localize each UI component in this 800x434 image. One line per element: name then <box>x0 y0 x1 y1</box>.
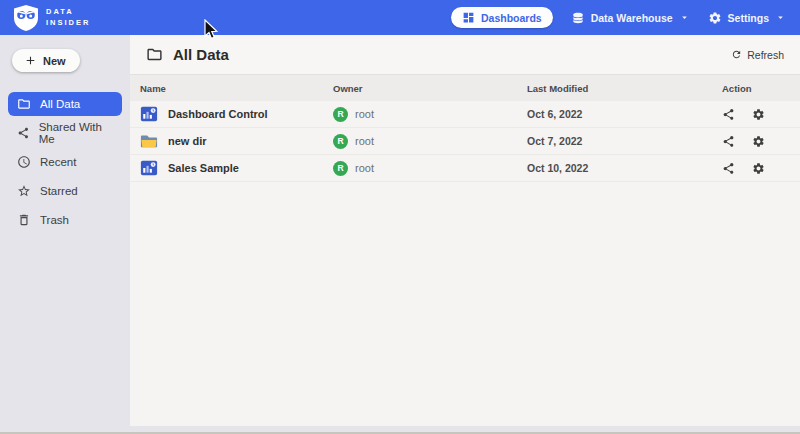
brand-logo[interactable]: DATA INSIDER <box>14 5 90 31</box>
sidebar-item-starred[interactable]: Starred <box>8 179 122 203</box>
brand-name: DATA INSIDER <box>46 7 90 29</box>
main-content: All Data Refresh Name Owner Last Modifie… <box>130 35 800 426</box>
brand-line2: INSIDER <box>46 18 90 29</box>
sidebar-menu: All Data Shared With Me Recent Starred T… <box>0 92 130 232</box>
nav-settings[interactable]: Settings <box>708 11 786 25</box>
table-row[interactable]: Dashboard Control R root Oct 6, 2022 <box>130 101 800 128</box>
owner-cell: R root <box>333 161 527 176</box>
sidebar-item-shared-with-me[interactable]: Shared With Me <box>8 121 122 145</box>
nav-data-warehouse-label: Data Warehouse <box>591 12 673 24</box>
file-name-cell: new dir <box>130 132 333 150</box>
gear-icon[interactable] <box>752 135 765 148</box>
refresh-label: Refresh <box>747 49 784 61</box>
last-modified: Oct 10, 2022 <box>527 162 722 174</box>
nav-dashboards-label: Dashboards <box>481 12 542 24</box>
sidebar-item-trash[interactable]: Trash <box>8 208 122 232</box>
brand-line1: DATA <box>46 7 90 18</box>
column-header-owner[interactable]: Owner <box>333 83 527 94</box>
share-icon[interactable] <box>722 135 735 148</box>
star-icon <box>17 184 31 198</box>
share-icon <box>17 126 30 140</box>
dashboard-file-icon <box>140 159 158 177</box>
folder-file-icon <box>140 132 158 150</box>
folder-icon <box>17 97 31 111</box>
nav-data-warehouse[interactable]: Data Warehouse <box>571 11 690 25</box>
trash-icon <box>17 213 31 227</box>
action-cell <box>722 108 800 121</box>
file-name-cell: Sales Sample <box>130 159 333 177</box>
file-name[interactable]: Sales Sample <box>168 162 239 174</box>
action-cell <box>722 135 800 148</box>
table-row[interactable]: Sales Sample R root Oct 10, 2022 <box>130 155 800 182</box>
avatar: R <box>333 161 348 176</box>
last-modified: Oct 6, 2022 <box>527 108 722 120</box>
top-navigation-bar: DATA INSIDER Dashboards Data Warehouse S… <box>0 0 800 35</box>
gear-icon <box>708 11 722 25</box>
database-icon <box>571 11 585 25</box>
folder-icon <box>146 46 163 63</box>
avatar: R <box>333 107 348 122</box>
main-header: All Data Refresh <box>130 35 800 75</box>
nav-settings-label: Settings <box>728 12 769 24</box>
sidebar-item-label: Shared With Me <box>39 121 113 145</box>
column-header-last-modified[interactable]: Last Modified <box>527 83 722 94</box>
action-cell <box>722 162 800 175</box>
column-header-name[interactable]: Name <box>130 83 333 94</box>
owner-cell: R root <box>333 134 527 149</box>
chevron-down-icon <box>679 12 690 23</box>
dashboard-file-icon <box>140 105 158 123</box>
sidebar-item-all-data[interactable]: All Data <box>8 92 122 116</box>
bottom-strip <box>0 426 800 434</box>
gear-icon[interactable] <box>752 108 765 121</box>
refresh-icon <box>731 49 742 60</box>
file-name-cell: Dashboard Control <box>130 105 333 123</box>
table-empty-area <box>130 182 800 426</box>
gear-icon[interactable] <box>752 162 765 175</box>
owner-name: root <box>355 162 374 174</box>
share-icon[interactable] <box>722 162 735 175</box>
new-button[interactable]: New <box>12 49 80 72</box>
owner-name: root <box>355 135 374 147</box>
share-icon[interactable] <box>722 108 735 121</box>
table-header-row: Name Owner Last Modified Action <box>130 75 800 101</box>
new-button-label: New <box>43 55 66 67</box>
sidebar-item-label: All Data <box>40 98 80 110</box>
avatar: R <box>333 134 348 149</box>
last-modified: Oct 7, 2022 <box>527 135 722 147</box>
sidebar: New All Data Shared With Me Recent Star <box>0 35 130 426</box>
table-row[interactable]: new dir R root Oct 7, 2022 <box>130 128 800 155</box>
file-name[interactable]: new dir <box>168 135 207 147</box>
nav-dashboards-button[interactable]: Dashboards <box>451 7 553 28</box>
sidebar-item-label: Trash <box>40 214 69 226</box>
chevron-down-icon <box>775 12 786 23</box>
refresh-button[interactable]: Refresh <box>731 49 784 61</box>
column-header-action: Action <box>722 83 800 94</box>
sidebar-item-label: Starred <box>40 185 78 197</box>
app-window: DATA INSIDER Dashboards Data Warehouse S… <box>0 0 800 434</box>
page-title: All Data <box>173 46 229 63</box>
clock-icon <box>17 155 31 169</box>
sidebar-item-recent[interactable]: Recent <box>8 150 122 174</box>
plus-icon <box>24 54 37 67</box>
owner-cell: R root <box>333 107 527 122</box>
owl-logo-icon <box>14 5 38 31</box>
sidebar-item-label: Recent <box>40 156 76 168</box>
file-name[interactable]: Dashboard Control <box>168 108 268 120</box>
top-nav-links: Dashboards Data Warehouse Settings <box>451 7 786 28</box>
owner-name: root <box>355 108 374 120</box>
dashboard-icon <box>462 11 475 24</box>
